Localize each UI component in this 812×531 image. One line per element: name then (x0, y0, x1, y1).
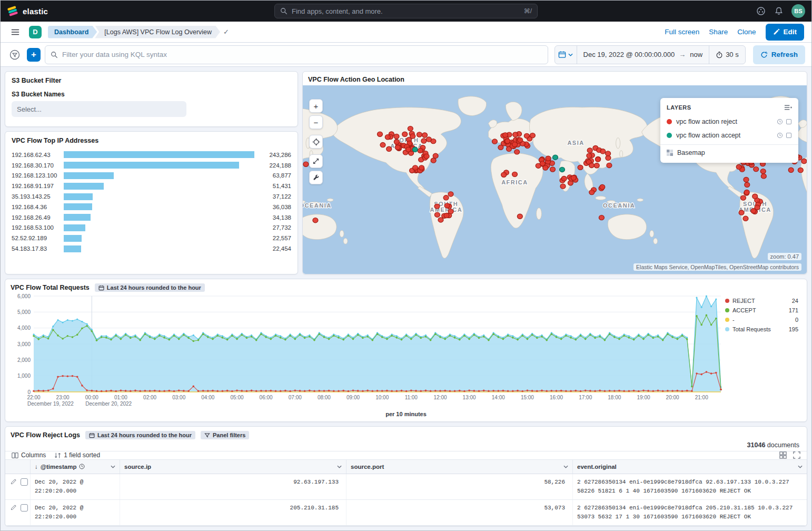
alerts-bell-icon[interactable] (774, 6, 784, 16)
breadcrumb-current-dashboard[interactable]: [Logs AWS] VPC Flow Log Overview (95, 26, 220, 38)
layer-row[interactable]: vpc flow action accept (660, 129, 798, 142)
chevron-down-icon[interactable] (111, 465, 115, 468)
legend-label: Total Requests (732, 326, 771, 332)
time-range-badge[interactable]: Last 24 hours rounded to the hour (85, 431, 195, 439)
expand-row-icon[interactable] (11, 478, 17, 499)
global-search-input[interactable] (292, 7, 520, 15)
kql-input[interactable] (62, 51, 542, 58)
pencil-icon (773, 28, 780, 35)
app-window: elastic ⌘/ BS D Dashboard [Log (0, 0, 812, 531)
ip-bar[interactable] (64, 193, 93, 200)
space-badge[interactable]: D (29, 26, 42, 38)
share-link[interactable]: Share (709, 28, 728, 36)
time-range-badge-label: Last 24 hours rounded to the hour (107, 284, 201, 291)
reject-logs-panel: VPC Flow Reject Logs Last 24 hours round… (5, 426, 807, 526)
ip-label: 52.52.92.189 (12, 235, 62, 241)
header-timestamp[interactable]: ↓ @timestamp (31, 460, 120, 474)
header-event-original[interactable]: event.original (573, 460, 807, 474)
svg-text:1,000: 1,000 (17, 373, 31, 379)
stopwatch-icon (716, 51, 723, 58)
layer-time-icon (777, 119, 783, 125)
columns-button[interactable]: Columns (12, 451, 46, 459)
s3-bucket-select[interactable]: Select... (12, 101, 186, 117)
chevron-down-icon[interactable] (563, 465, 568, 468)
top-ip-addresses-panel: VPC Flow Top IP Addresses 192.168.62.432… (5, 131, 298, 274)
row-checkbox[interactable] (21, 504, 28, 512)
global-search[interactable]: ⌘/ (274, 4, 538, 18)
map-area[interactable]: NORTHAMERICASOUTHAMERICAAFRICAASIAOCEANI… (303, 85, 807, 274)
ip-bar[interactable] (64, 245, 81, 252)
chevron-down-icon[interactable] (798, 465, 803, 468)
refresh-interval-button[interactable]: 30 s (709, 46, 745, 64)
add-filter-button[interactable]: + (27, 48, 41, 62)
ip-bar[interactable] (64, 235, 82, 242)
header-source-ip[interactable]: source.ip (120, 460, 346, 474)
ip-bar[interactable] (64, 203, 92, 210)
legend-label: ACCEPT (732, 307, 756, 313)
ip-bar[interactable] (64, 214, 91, 221)
top-ips-rows: 192.168.62.43243,286192.168.30.170224,18… (12, 150, 291, 254)
search-icon (280, 7, 288, 15)
help-icon[interactable] (756, 6, 766, 16)
layer-action-icons[interactable] (777, 132, 792, 139)
fullscreen-icon[interactable] (793, 451, 800, 459)
breadcrumb-dashboard[interactable]: Dashboard (48, 26, 97, 38)
clone-link[interactable]: Clone (737, 28, 756, 36)
map-tools-wrench-button[interactable] (309, 171, 323, 184)
ip-bar[interactable] (64, 172, 114, 179)
header-source-port[interactable]: source.port (346, 460, 573, 474)
ip-label: 192.168.4.36 (12, 204, 62, 210)
map-attribution: Elastic Maps Service, OpenMapTiles, Open… (633, 263, 801, 271)
documents-count: 31046 documents (5, 440, 807, 451)
fit-to-data-button[interactable] (309, 154, 323, 168)
ip-value: 36,038 (260, 204, 291, 210)
calendar-dropdown-button[interactable] (555, 46, 577, 64)
user-avatar[interactable]: BS (791, 4, 805, 18)
svg-text:04:00: 04:00 (201, 395, 214, 400)
date-end[interactable]: now (690, 51, 702, 58)
refresh-button[interactable]: Refresh (753, 45, 805, 64)
full-screen-link[interactable]: Full screen (665, 28, 699, 36)
svg-text:6,000: 6,000 (17, 293, 31, 299)
layer-row[interactable]: vpc flow action reject (660, 115, 798, 129)
layer-action-icons[interactable] (777, 119, 792, 125)
basemap-label: Basemap (677, 149, 705, 156)
kql-search-bar[interactable] (45, 45, 548, 64)
panel-filters-badge[interactable]: Panel filters (201, 431, 249, 439)
zoom-out-button[interactable]: − (309, 115, 323, 129)
display-options-icon[interactable] (779, 451, 787, 459)
total-requests-plot[interactable]: 01,0002,0003,0004,0005,0006,00022:0023:0… (11, 293, 724, 410)
ip-label: 192.168.91.197 (12, 183, 62, 189)
svg-text:08:00: 08:00 (318, 395, 331, 400)
zoom-level-readout: zoom: 0.47 (768, 253, 801, 260)
expand-row-icon[interactable] (11, 504, 17, 525)
edit-button[interactable]: Edit (766, 24, 805, 41)
zoom-in-button[interactable]: + (309, 99, 323, 113)
elastic-brand[interactable]: elastic (7, 5, 48, 17)
panel-title: S3 Bucket Filter (12, 77, 291, 84)
refresh-icon (760, 51, 768, 58)
layers-collapse-icon[interactable] (784, 104, 792, 111)
legend-item[interactable]: ACCEPT171 (725, 306, 798, 315)
ip-bar[interactable] (64, 151, 254, 158)
ip-bar[interactable] (64, 183, 104, 190)
sort-desc-icon: ↓ (35, 464, 38, 470)
legend-item[interactable]: Total Requests195 (725, 324, 798, 334)
menu-hamburger-icon[interactable] (8, 25, 23, 40)
cell-source-port: 58,226 (346, 474, 573, 499)
row-checkbox[interactable] (21, 478, 28, 486)
legend-item[interactable]: -0 (725, 315, 798, 324)
basemap-layer-row[interactable]: Basemap (660, 144, 798, 160)
ip-value: 22,557 (260, 235, 291, 241)
svg-text:05:00: 05:00 (230, 395, 243, 400)
filter-menu-icon[interactable] (7, 47, 23, 63)
ip-bar[interactable] (64, 224, 85, 231)
ip-bar[interactable] (64, 162, 239, 169)
set-view-crosshair-button[interactable] (309, 135, 323, 149)
chevron-down-icon[interactable] (337, 465, 342, 468)
sort-fields-button[interactable]: 1 field sorted (54, 451, 100, 459)
legend-item[interactable]: REJECT24 (725, 296, 798, 306)
date-start[interactable]: Dec 19, 2022 @ 00:00:00.000 (583, 51, 675, 58)
time-range-badge[interactable]: Last 24 hours rounded to the hour (95, 283, 205, 292)
svg-text:03:00: 03:00 (172, 395, 185, 400)
